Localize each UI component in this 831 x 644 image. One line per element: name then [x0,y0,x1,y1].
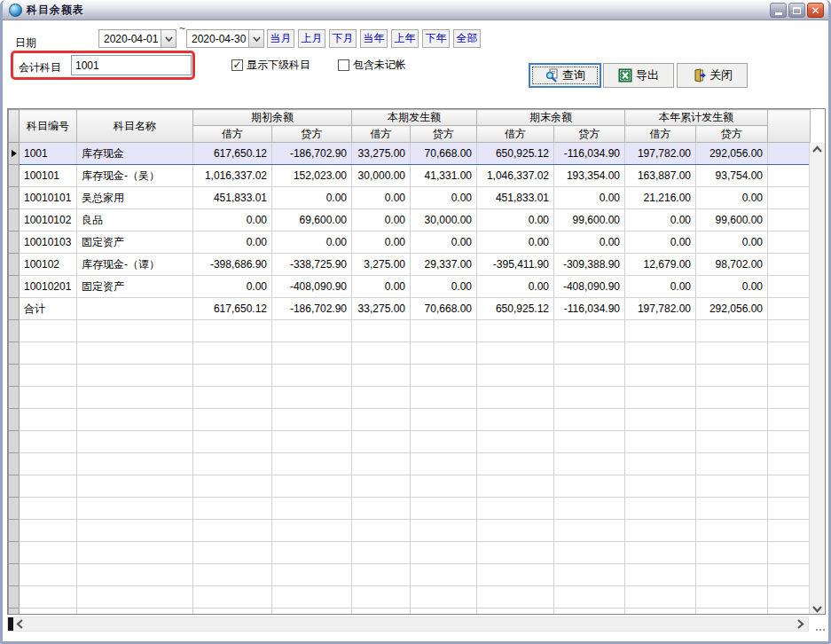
cell-value-3[interactable]: 29,337.00 [411,254,477,276]
cell-value-3[interactable]: 0.00 [411,232,477,254]
cell-value-7[interactable]: 0.00 [696,232,768,254]
cell-value-0[interactable]: 617,650.12 [193,298,272,320]
debit-header[interactable]: 借方 [352,126,411,143]
scroll-down-icon[interactable] [811,605,823,613]
row-selector[interactable] [9,143,20,165]
include-unposted-label[interactable]: 包含未记帐 [353,58,406,73]
export-button[interactable]: 导出 [603,63,674,88]
date-from-select[interactable]: 2020-04-01 [98,29,176,48]
cell-value-7[interactable]: 98,702.00 [696,254,768,276]
subject-input[interactable] [71,55,192,75]
cell-name[interactable] [77,298,193,320]
cell-name[interactable]: 库存现金 [77,143,193,165]
cell-value-1[interactable]: 69,600.00 [272,209,352,232]
cell-value-2[interactable]: 33,275.00 [352,298,411,320]
cell-name[interactable]: 固定资产 [77,276,193,298]
code-column-header[interactable]: 科目编号 [20,110,77,143]
row-selector[interactable] [9,276,20,298]
cell-value-3[interactable]: 30,000.00 [411,209,477,232]
row-selector[interactable] [9,298,20,320]
cell-value-0[interactable]: 617,650.12 [193,143,272,165]
opening-balance-group-header[interactable]: 期初余额 [193,110,352,126]
horizontal-scrollbar[interactable] [7,617,809,632]
cell-value-0[interactable]: -398,686.90 [193,254,272,276]
date-from-dropdown-button[interactable] [161,30,176,47]
cell-value-4[interactable]: 0.00 [477,232,554,254]
cell-code[interactable]: 1001 [20,143,77,165]
close-button[interactable]: ✕ [807,3,824,18]
cell-value-7[interactable]: 292,056.00 [696,143,768,165]
date-to-dropdown-button[interactable] [248,30,263,47]
cell-value-5[interactable]: -309,388.90 [554,254,625,276]
cell-value-0[interactable]: 0.00 [193,209,272,232]
show-sub-checkbox-group[interactable]: ✓ 显示下级科目 [231,58,310,73]
scroll-up-icon[interactable] [811,145,823,153]
credit-header[interactable]: 贷方 [554,126,625,143]
cell-value-6[interactable]: 12,679.00 [625,254,696,276]
debit-header[interactable]: 借方 [625,126,696,143]
date-to-select[interactable]: 2020-04-30 [186,29,264,48]
cell-name[interactable]: 吴总家用 [77,187,193,209]
cell-value-0[interactable]: 1,016,337.02 [193,165,272,187]
name-column-header[interactable]: 科目名称 [77,110,193,143]
period-button-0[interactable]: 当月 [267,29,294,48]
table-row[interactable]: 10010103固定资产0.000.000.000.000.000.000.00… [9,232,811,254]
cell-value-6[interactable]: 0.00 [625,276,696,298]
titlebar[interactable]: 科目余额表 ✕ [3,0,828,20]
cell-value-3[interactable]: 0.00 [411,187,477,209]
cell-value-5[interactable]: 193,354.00 [554,165,625,187]
resize-grip[interactable] [816,629,825,631]
maximize-button[interactable] [788,3,805,18]
include-unposted-checkbox-group[interactable]: 包含未记帐 [338,58,406,73]
period-button-3[interactable]: 当年 [360,29,388,48]
row-selector[interactable] [9,165,20,187]
row-selector[interactable] [9,232,20,254]
cell-code[interactable]: 100102 [20,254,77,276]
row-selector[interactable] [9,254,20,276]
cell-name[interactable]: 固定资产 [77,232,193,254]
debit-header[interactable]: 借方 [193,126,272,143]
include-unposted-checkbox[interactable] [338,59,349,71]
cell-value-4[interactable]: 0.00 [477,209,554,232]
period-button-2[interactable]: 下月 [329,29,357,48]
scroll-right-icon[interactable] [796,618,804,630]
table-row[interactable]: 1001库存现金617,650.12-186,702.9033,275.0070… [9,143,811,165]
table-row[interactable]: 100101库存现金-（吴）1,016,337.02152,023.0030,0… [9,165,811,187]
cell-code[interactable]: 合计 [20,298,77,320]
table-row[interactable]: 10010102良品0.0069,600.000.0030,000.000.00… [9,209,811,232]
period-button-6[interactable]: 全部 [453,29,481,48]
cell-value-1[interactable]: 0.00 [272,187,352,209]
cell-name[interactable]: 库存现金-（吴） [77,165,193,187]
row-selector[interactable] [9,187,20,209]
cell-value-7[interactable]: 99,600.00 [696,209,768,232]
cell-value-2[interactable]: 33,275.00 [352,143,411,165]
close-window-button[interactable]: 关闭 [677,63,748,88]
period-button-5[interactable]: 下年 [422,29,450,48]
row-selector[interactable] [9,209,20,232]
cell-name[interactable]: 库存现金-（谭） [77,254,193,276]
cell-value-5[interactable]: 0.00 [554,187,625,209]
cell-value-6[interactable]: 197,782.00 [625,298,696,320]
cell-name[interactable]: 良品 [77,209,193,232]
cell-value-3[interactable]: 41,331.00 [411,165,477,187]
cell-value-2[interactable]: 0.00 [352,276,411,298]
cell-value-6[interactable]: 0.00 [625,209,696,232]
credit-header[interactable]: 贷方 [411,126,477,143]
cell-value-1[interactable]: 152,023.00 [272,165,352,187]
cell-value-7[interactable]: 0.00 [696,187,768,209]
cell-value-7[interactable]: 93,754.00 [696,165,768,187]
cell-value-5[interactable]: 99,600.00 [554,209,625,232]
cell-code[interactable]: 100101 [20,165,77,187]
debit-header[interactable]: 借方 [477,126,554,143]
table-row[interactable]: 10010201固定资产0.00-408,090.900.000.000.00-… [9,276,811,298]
cell-value-4[interactable]: -395,411.90 [477,254,554,276]
cell-value-5[interactable]: 0.00 [554,232,625,254]
ending-balance-group-header[interactable]: 期末余额 [477,110,625,126]
cell-code[interactable]: 10010201 [20,276,77,298]
credit-header[interactable]: 贷方 [272,126,352,143]
cell-value-3[interactable]: 70,668.00 [411,298,477,320]
pane-splitter[interactable] [8,617,13,631]
cell-value-2[interactable]: 0.00 [352,209,411,232]
cell-value-1[interactable]: -338,725.90 [272,254,352,276]
cell-value-4[interactable]: 650,925.12 [477,298,554,320]
